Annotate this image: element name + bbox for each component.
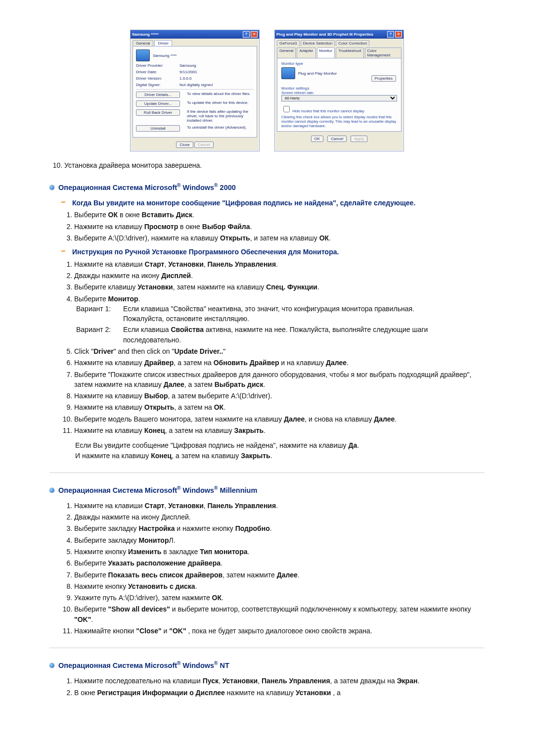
tab-general[interactable]: General [277, 47, 296, 58]
list-item: Нажмите на клавиши Старт, Установки, Пан… [74, 501, 485, 511]
subheading: Инструкция по Ручной Установке Программн… [59, 247, 485, 257]
tab-driver[interactable]: Driver [154, 40, 172, 46]
list-item: Нажмите на клавишу Конец, а затем на кла… [74, 425, 485, 435]
value: 9/11/2001 [179, 70, 197, 74]
list-item: Выберите закладку МониторЛ. [74, 535, 485, 545]
list-item: Выберите A:\(D:\driver), нажмите на клав… [74, 233, 485, 243]
list-item: Выберите Указать расположение драйвера. [74, 558, 485, 568]
list-item: Нажмите кнопку Установить с диска. [74, 581, 485, 591]
uninstall-button[interactable]: Uninstall [136, 125, 180, 132]
list-item: Укажите путь A:\(D:\driver), затем нажми… [74, 593, 485, 603]
close-icon[interactable]: × [251, 31, 258, 38]
steps-list: Нажмите на клавиши Старт, Установки, Пан… [60, 259, 485, 436]
value: Not digitally signed [179, 83, 213, 87]
apply-button: Apply [351, 136, 367, 142]
device-name: Samsung **** [153, 53, 177, 58]
list-item: Нажмите на клавиши Старт, Установки, Пан… [74, 259, 485, 269]
dialog-title: Samsung ***** [132, 32, 159, 37]
tab-geforce3[interactable]: GeForce3 [277, 40, 300, 46]
group-label: Monitor type [281, 61, 397, 66]
driver-properties-dialog: Samsung ***** ? × General Driver Samsung… [130, 30, 260, 151]
monitor-icon [281, 67, 295, 79]
subheading: Когда Вы увидите на мониторе сообщение "… [59, 198, 485, 208]
list-item: Выберите Монитор. Вариант 1:Если клавиша… [74, 294, 485, 345]
desc: To view details about the driver files. [187, 92, 254, 96]
steps-list: Нажмите последовательно на клавиши Пуск,… [60, 676, 485, 698]
variant-label: Вариант 2: [76, 325, 118, 345]
section-heading-wme: Операционная Система Microsoft® Windows®… [49, 485, 485, 496]
list-item: Дважды нажмите на икону Дисплей. [74, 512, 485, 522]
tab-troubleshoot[interactable]: Troubleshoot [336, 47, 363, 58]
hint-text: Clearing this check box allows you to se… [281, 115, 397, 128]
help-icon[interactable]: ? [243, 31, 250, 38]
label: Driver Version: [136, 76, 176, 81]
list-item: Выберите ОК в окне Вставить Диск. [74, 210, 485, 220]
desc: If the device fails after updating the d… [187, 109, 254, 123]
label: Screen refresh rate: [281, 91, 397, 95]
tab-device-selection[interactable]: Device Selection [301, 40, 335, 46]
help-icon[interactable]: ? [387, 31, 394, 38]
note-block: Если Вы увидите сообщение "Цифровая подп… [75, 440, 485, 461]
bullet-icon [49, 663, 54, 668]
monitor-type-value: Plug and Play Monitor [298, 71, 337, 76]
list-item: Нажмите на клавишу Просмотр в окне Выбор… [74, 222, 485, 232]
separator [49, 648, 485, 648]
group-label: Monitor settings [281, 86, 397, 91]
dash-icon [59, 247, 67, 255]
list-item: Нажмите на клавишу Выбор, а затем выбери… [74, 391, 485, 401]
dash-icon [59, 198, 67, 206]
bullet-icon [49, 488, 54, 493]
list-item: Нажимайте кнопки "Close" и "OK" , пока н… [74, 626, 485, 636]
close-icon[interactable]: × [395, 31, 402, 38]
variant-text: Если клавиша Свойства активна, нажмите н… [123, 325, 485, 345]
ok-button[interactable]: OK [311, 136, 324, 142]
steps-list: Нажмите на клавиши Старт, Установки, Пан… [60, 501, 485, 636]
list-item: Нажмите кнопку Изменить в закладке Тип м… [74, 547, 485, 557]
list-item: Дважды нажмите на икону Дисплей. [74, 271, 485, 281]
steps-list: Выберите ОК в окне Вставить Диск. Нажмит… [60, 210, 485, 243]
list-item: Выберите клавишу Установки, затем нажмит… [74, 282, 485, 292]
list-item: Нажмите на клавишу Драйвер, а затем на О… [74, 358, 485, 368]
tab-color-correction[interactable]: Color Correction [336, 40, 369, 46]
list-item: Нажмите на клавишу Открыть, а затем на О… [74, 402, 485, 412]
list-item: Click "Driver" and then click on "Update… [74, 346, 485, 356]
list-item: Выберите "Покажите список известных драй… [74, 370, 485, 390]
tab-adapter[interactable]: Adapter [297, 47, 315, 58]
dialog-screenshots: Samsung ***** ? × General Driver Samsung… [49, 30, 485, 151]
hide-modes-checkbox[interactable] [283, 106, 290, 112]
section-heading-w2000: Операционная Система Microsoft® Windows®… [49, 182, 485, 193]
section-heading-wnt: Операционная Система Microsoft® Windows®… [49, 660, 485, 671]
list-item: Нажмите последовательно на клавиши Пуск,… [74, 676, 485, 686]
list-item: Выберите Показать весь список драйверов,… [74, 570, 485, 580]
update-driver-button[interactable]: Update Driver... [136, 100, 180, 107]
rollback-driver-button[interactable]: Roll Back Driver [136, 109, 180, 116]
list-item: Установка драйвера монитора завершена. [64, 160, 485, 170]
list-item: Выберите закладку Настройка и нажмите кн… [74, 523, 485, 533]
tab-monitor[interactable]: Monitor [317, 47, 335, 58]
list-item: Выберите "Show all devices" и выберите м… [74, 604, 485, 624]
label: Driver Provider: [136, 63, 176, 68]
separator [49, 472, 485, 473]
properties-button[interactable]: Properties [371, 75, 396, 82]
tab-color-management[interactable]: Color Management [365, 47, 401, 58]
checkbox-label: Hide modes that this monitor cannot disp… [292, 109, 364, 113]
desc: To update the driver for this device. [187, 100, 254, 105]
value: Samsung [179, 63, 196, 68]
label: Driver Date: [136, 70, 176, 74]
monitor-icon [136, 49, 150, 61]
cancel-button: Cancel [194, 142, 214, 148]
tab-general[interactable]: General [133, 40, 153, 46]
refresh-rate-select[interactable]: 60 Hertz [281, 95, 397, 101]
cancel-button[interactable]: Cancel [327, 136, 347, 142]
close-button[interactable]: Close [176, 142, 193, 148]
variant-text: Если клавиша "Свойства" неактивна, это з… [123, 304, 485, 324]
list-item: В окне Регистрация Информации о Дисплее … [74, 688, 485, 698]
variant-label: Вариант 1: [76, 304, 118, 324]
dialog-title: Plug and Play Monitor and 3D Prophet III… [276, 32, 373, 37]
label: Digital Signer: [136, 83, 176, 87]
desc: To uninstall the driver (Advanced). [187, 125, 254, 130]
driver-details-button[interactable]: Driver Details... [136, 92, 180, 98]
monitor-properties-dialog: Plug and Play Monitor and 3D Prophet III… [274, 30, 404, 151]
list-item: Выберите модель Вашего монитора, затем н… [74, 414, 485, 424]
value: 1.0.0.0 [179, 76, 191, 81]
